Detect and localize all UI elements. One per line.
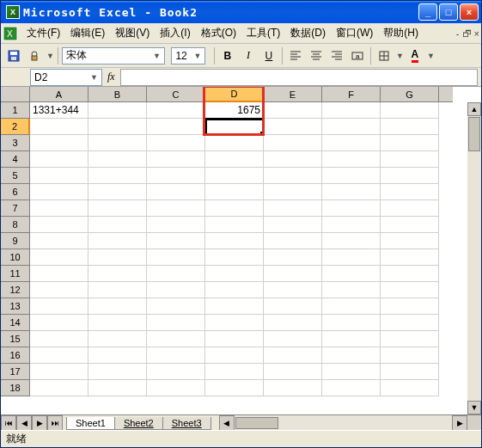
row-header-5[interactable]: 5 xyxy=(1,168,30,184)
cell-G12[interactable] xyxy=(381,282,439,298)
row-header-10[interactable]: 10 xyxy=(1,249,30,266)
permissions-dropdown-icon[interactable]: ▼ xyxy=(46,52,54,60)
cell-A18[interactable] xyxy=(30,380,88,396)
menu-tools[interactable]: 工具(T) xyxy=(241,24,285,42)
cell-A8[interactable] xyxy=(30,217,88,233)
cell-A15[interactable] xyxy=(30,331,88,347)
cell-D9[interactable] xyxy=(205,233,264,249)
borders-dropdown-icon[interactable]: ▼ xyxy=(396,52,404,60)
cell-B12[interactable] xyxy=(88,282,147,298)
menu-data[interactable]: 数据(D) xyxy=(285,24,331,42)
cell-G17[interactable] xyxy=(381,364,439,380)
cell-F2[interactable] xyxy=(322,119,381,135)
select-all-corner[interactable] xyxy=(1,87,30,102)
cell-C13[interactable] xyxy=(147,298,205,315)
cell-A10[interactable] xyxy=(30,249,88,266)
menu-file[interactable]: 文件(F) xyxy=(21,24,65,42)
cell-F4[interactable] xyxy=(322,151,381,168)
cell-F18[interactable] xyxy=(322,380,381,396)
cell-G8[interactable] xyxy=(381,217,439,233)
font-color-dropdown-icon[interactable]: ▼ xyxy=(427,52,435,60)
cell-D16[interactable] xyxy=(205,347,264,364)
cell-C9[interactable] xyxy=(147,233,205,249)
cell-G6[interactable] xyxy=(381,184,439,200)
cell-A6[interactable] xyxy=(30,184,88,200)
cell-B17[interactable] xyxy=(88,364,147,380)
row-header-12[interactable]: 12 xyxy=(1,282,30,298)
cell-E15[interactable] xyxy=(264,331,322,347)
cell-F10[interactable] xyxy=(322,249,381,266)
cell-G7[interactable] xyxy=(381,200,439,217)
row-header-7[interactable]: 7 xyxy=(1,200,30,217)
align-right-icon[interactable] xyxy=(327,46,346,65)
cell-G10[interactable] xyxy=(381,249,439,266)
cell-B9[interactable] xyxy=(88,233,147,249)
formula-bar[interactable] xyxy=(120,69,478,86)
cell-B5[interactable] xyxy=(88,168,147,184)
vertical-scroll-track[interactable] xyxy=(467,152,481,401)
cell-E1[interactable] xyxy=(264,102,322,119)
menu-window[interactable]: 窗口(W) xyxy=(331,24,378,42)
cell-B13[interactable] xyxy=(88,298,147,315)
cell-F1[interactable] xyxy=(322,102,381,119)
font-name-combo[interactable]: 宋体 ▼ xyxy=(62,47,165,64)
column-header-C[interactable]: C xyxy=(147,87,205,102)
cell-D11[interactable] xyxy=(205,266,264,282)
cell-C2[interactable] xyxy=(147,119,205,135)
permissions-icon[interactable] xyxy=(25,46,44,65)
cell-B10[interactable] xyxy=(88,249,147,266)
cell-E4[interactable] xyxy=(264,151,322,168)
font-size-combo[interactable]: 12 ▼ xyxy=(171,47,205,64)
cell-E9[interactable] xyxy=(264,233,322,249)
cell-A13[interactable] xyxy=(30,298,88,315)
minimize-button[interactable]: _ xyxy=(418,3,437,21)
cell-D3[interactable] xyxy=(205,135,264,151)
sheet-nav-last-icon[interactable]: ⏭ xyxy=(47,415,63,430)
cell-C14[interactable] xyxy=(147,315,205,331)
sheet-nav-next-icon[interactable]: ▶ xyxy=(32,415,47,430)
cell-A16[interactable] xyxy=(30,347,88,364)
cell-A2[interactable] xyxy=(30,119,88,135)
cell-G14[interactable] xyxy=(381,315,439,331)
sheet-tab-sheet1[interactable]: Sheet1 xyxy=(66,417,115,430)
column-header-D[interactable]: D xyxy=(205,87,264,102)
cell-B14[interactable] xyxy=(88,315,147,331)
cell-F8[interactable] xyxy=(322,217,381,233)
row-header-13[interactable]: 13 xyxy=(1,298,30,315)
cell-A4[interactable] xyxy=(30,151,88,168)
cell-C17[interactable] xyxy=(147,364,205,380)
scroll-right-icon[interactable]: ▶ xyxy=(452,415,467,431)
cell-E16[interactable] xyxy=(264,347,322,364)
cell-G5[interactable] xyxy=(381,168,439,184)
cell-G13[interactable] xyxy=(381,298,439,315)
cell-D15[interactable] xyxy=(205,331,264,347)
vertical-scroll-thumb[interactable] xyxy=(468,117,480,151)
cell-F17[interactable] xyxy=(322,364,381,380)
row-header-2[interactable]: 2 xyxy=(1,119,30,135)
cell-B4[interactable] xyxy=(88,151,147,168)
cell-G9[interactable] xyxy=(381,233,439,249)
cell-C7[interactable] xyxy=(147,200,205,217)
cell-F15[interactable] xyxy=(322,331,381,347)
cell-C8[interactable] xyxy=(147,217,205,233)
sheet-tab-sheet3[interactable]: Sheet3 xyxy=(162,417,211,430)
italic-button[interactable]: I xyxy=(239,46,258,65)
cell-B15[interactable] xyxy=(88,331,147,347)
cell-B7[interactable] xyxy=(88,200,147,217)
cell-A3[interactable] xyxy=(30,135,88,151)
row-header-15[interactable]: 15 xyxy=(1,331,30,347)
close-button[interactable]: × xyxy=(460,3,479,21)
row-header-16[interactable]: 16 xyxy=(1,347,30,364)
cell-D1[interactable]: 1675 xyxy=(205,102,264,119)
cell-F9[interactable] xyxy=(322,233,381,249)
row-header-9[interactable]: 9 xyxy=(1,233,30,249)
cell-B8[interactable] xyxy=(88,217,147,233)
cell-E18[interactable] xyxy=(264,380,322,396)
cell-F6[interactable] xyxy=(322,184,381,200)
cell-B16[interactable] xyxy=(88,347,147,364)
cell-C15[interactable] xyxy=(147,331,205,347)
column-header-B[interactable]: B xyxy=(88,87,147,102)
cell-D2[interactable] xyxy=(205,119,264,135)
cells-container[interactable]: 1331+3441675 xyxy=(30,102,467,414)
align-left-icon[interactable] xyxy=(286,46,305,65)
